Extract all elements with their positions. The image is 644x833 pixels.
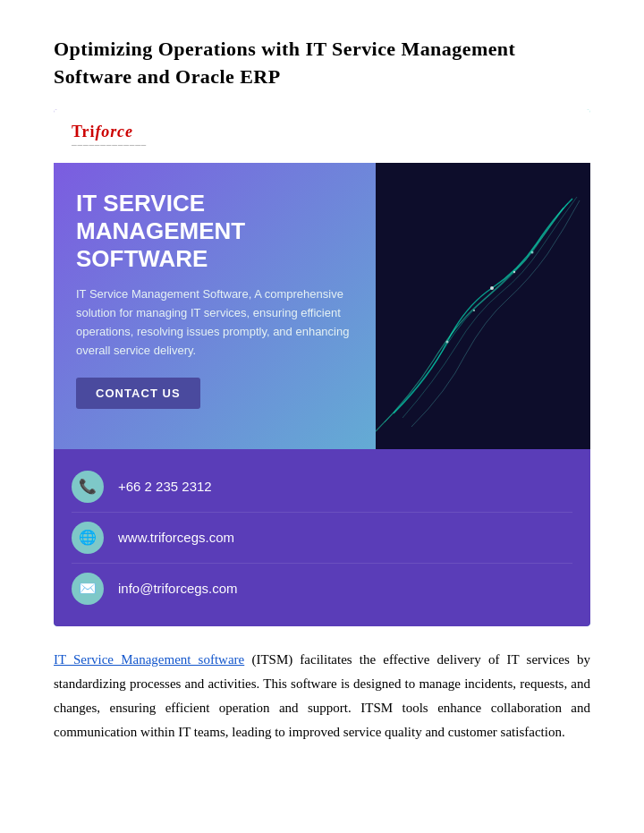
banner-right-image: [376, 163, 590, 449]
banner-description: IT Service Management Software, A compre…: [76, 285, 353, 360]
banner: Triforce ───────────── IT SERVICE MANAGE…: [54, 109, 590, 626]
website-item: 🌐 www.triforcegs.com: [72, 513, 572, 564]
banner-image: Triforce ───────────── IT SERVICE MANAGE…: [54, 109, 590, 626]
content-paragraph: IT Service Management software (ITSM) fa…: [54, 648, 590, 744]
banner-left: IT SERVICE MANAGEMENT SOFTWARE IT Servic…: [54, 163, 376, 449]
email-icon: ✉️: [72, 573, 104, 605]
phone-icon: 📞: [72, 471, 104, 503]
svg-point-1: [490, 286, 494, 290]
phone-item: 📞 +66 2 235 2312: [72, 462, 572, 513]
email-text: info@triforcegs.com: [118, 581, 238, 596]
page-title: Optimizing Operations with IT Service Ma…: [54, 36, 590, 91]
contact-us-button[interactable]: CONTACT US: [76, 378, 200, 409]
content-section: IT Service Management software (ITSM) fa…: [54, 648, 590, 744]
svg-point-3: [446, 340, 449, 343]
svg-point-5: [513, 270, 515, 272]
website-icon: 🌐: [72, 522, 104, 554]
svg-point-2: [531, 251, 534, 253]
page-wrapper: Optimizing Operations with IT Service Ma…: [54, 36, 590, 744]
email-item: ✉️ info@triforcegs.com: [72, 564, 572, 614]
banner-heading: IT SERVICE MANAGEMENT SOFTWARE: [76, 190, 353, 274]
phone-text: +66 2 235 2312: [118, 479, 212, 494]
wave-svg: [376, 163, 590, 449]
svg-point-4: [473, 310, 475, 311]
svg-rect-0: [376, 163, 590, 449]
banner-main: IT SERVICE MANAGEMENT SOFTWARE IT Servic…: [54, 163, 590, 449]
website-text: www.triforcegs.com: [118, 530, 234, 545]
banner-contact-info: 📞 +66 2 235 2312 🌐 www.triforcegs.com ✉️…: [54, 449, 590, 626]
triforce-logo: Triforce ─────────────: [72, 123, 147, 149]
banner-header: Triforce ─────────────: [54, 109, 590, 163]
title-section: Optimizing Operations with IT Service Ma…: [54, 36, 590, 91]
itsm-link[interactable]: IT Service Management software: [54, 652, 244, 667]
